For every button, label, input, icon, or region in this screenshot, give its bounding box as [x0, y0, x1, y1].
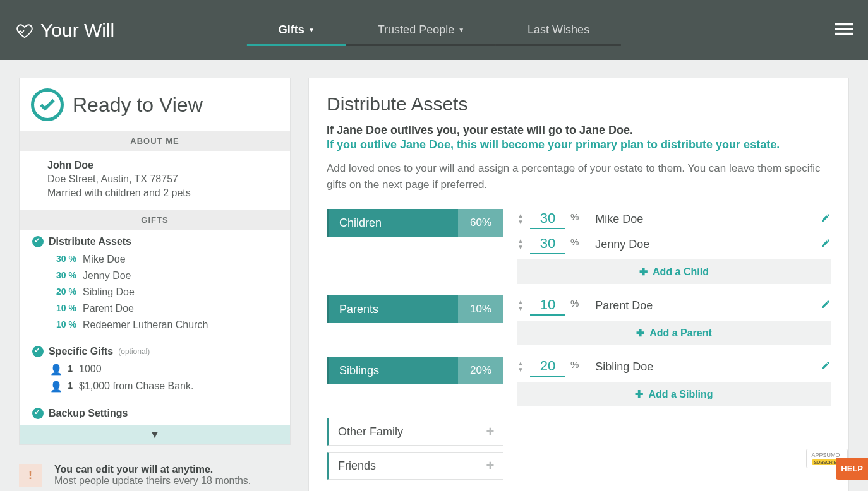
optional-label: (optional): [118, 347, 150, 356]
check-icon: [32, 408, 44, 419]
tip-title: You can edit your will at anytime.: [54, 464, 251, 475]
percent-stepper[interactable]: ▲▼: [517, 360, 524, 373]
expand-button[interactable]: ▼: [20, 425, 290, 444]
percent-stepper[interactable]: ▲▼: [517, 213, 524, 225]
tip-subtitle: Most people update theirs every 18 month…: [54, 475, 251, 487]
beneficiary-item: 30 %Mike Doe: [32, 251, 277, 268]
percent-input[interactable]: [530, 209, 565, 229]
group-name: Parents: [327, 295, 458, 323]
percent-stepper[interactable]: ▲▼: [517, 238, 524, 251]
menu-button[interactable]: [835, 20, 853, 40]
user-address: Doe Street, Austin, TX 78757: [47, 174, 262, 185]
ready-header: Ready to View: [20, 78, 290, 131]
member-name: Mike Doe: [595, 213, 643, 226]
svg-rect-2: [835, 32, 853, 35]
top-bar: Your Will Gifts ▼ Trusted People ▼ Last …: [0, 0, 868, 60]
specific-gift-list: 👤11000 👤1$1,000 from Chase Bank.: [32, 361, 277, 395]
nav-trusted-people[interactable]: Trusted People ▼: [346, 0, 496, 60]
main-panel: Distribute Assets If Jane Doe outlives y…: [308, 78, 849, 491]
lead-line-1: If Jane Doe outlives you, your estate wi…: [327, 124, 831, 137]
percent-input[interactable]: [530, 357, 565, 377]
edit-icon[interactable]: [821, 213, 831, 225]
group-percent: 10%: [458, 295, 503, 323]
distribute-assets-section: Distribute Assets 30 %Mike Doe 30 %Jenny…: [20, 230, 290, 340]
nav-last-wishes[interactable]: Last Wishes: [496, 0, 621, 60]
percent-input[interactable]: [530, 295, 565, 316]
caret-down-icon: ▼: [517, 244, 524, 251]
sidebar: Ready to View ABOUT ME John Doe Doe Stre…: [19, 78, 291, 445]
members: ▲▼%Sibling Doe✚Add a Sibling: [517, 357, 831, 406]
specific-gift-item: 👤1$1,000 from Chase Bank.: [32, 378, 277, 395]
percent-sign: %: [570, 298, 579, 309]
page-title: Distribute Assets: [327, 93, 831, 115]
add-member-button[interactable]: ✚Add a Child: [517, 259, 831, 284]
plus-icon[interactable]: +: [478, 458, 503, 474]
members: ▲▼%Mike Doe▲▼%Jenny Doe✚Add a Child: [517, 209, 831, 284]
percent-input[interactable]: [530, 234, 565, 254]
add-member-button[interactable]: ✚Add a Parent: [517, 321, 831, 345]
caret-down-icon: ▼: [458, 27, 464, 33]
main-nav: Gifts ▼ Trusted People ▼ Last Wishes: [247, 0, 621, 60]
plus-icon: ✚: [639, 266, 648, 278]
plus-icon[interactable]: +: [478, 423, 503, 440]
ready-title: Ready to View: [73, 93, 203, 117]
member-name: Sibling Doe: [595, 360, 653, 374]
about-me-header: ABOUT ME: [20, 131, 290, 151]
member-name: Jenny Doe: [595, 238, 649, 251]
check-icon: [32, 346, 44, 357]
group-label: Children60%: [327, 209, 503, 237]
edit-icon[interactable]: [821, 360, 831, 373]
heart-hand-icon: [15, 21, 34, 40]
percent-sign: %: [570, 237, 579, 247]
edit-icon[interactable]: [821, 299, 831, 312]
brand-text: Your Will: [40, 20, 114, 41]
user-name: John Doe: [47, 160, 262, 171]
svg-rect-1: [835, 28, 853, 30]
distribute-title: Distribute Assets: [49, 236, 131, 247]
lead-line-2: If you outlive Jane Doe, this will becom…: [327, 138, 831, 151]
group-name: Siblings: [327, 357, 458, 384]
check-circle-icon: [31, 88, 64, 121]
help-button[interactable]: HELP: [836, 458, 868, 480]
group-name: Children: [327, 209, 458, 237]
groups-container: Children60%▲▼%Mike Doe▲▼%Jenny Doe✚Add a…: [327, 209, 831, 480]
caret-down-icon: ▼: [308, 27, 315, 33]
check-icon: [32, 236, 44, 247]
group-name: Friends: [329, 459, 478, 473]
empty-group[interactable]: Friends+: [327, 452, 503, 480]
left-column: Ready to View ABOUT ME John Doe Doe Stre…: [19, 78, 291, 487]
lead-description: Add loved ones to your will and assign a…: [327, 160, 831, 192]
caret-down-icon: ▼: [517, 367, 524, 373]
backup-settings-section: Backup Settings: [20, 401, 290, 425]
asset-group: Siblings20%▲▼%Sibling Doe✚Add a Sibling: [327, 357, 831, 406]
caret-down-icon: ▼: [517, 305, 524, 312]
percent-sign: %: [570, 211, 579, 222]
svg-rect-0: [835, 23, 853, 25]
person-icon: 👤: [50, 381, 59, 393]
member-name: Parent Doe: [595, 299, 653, 312]
member-row: ▲▼%Mike Doe: [517, 209, 831, 229]
empty-group[interactable]: Other Family+: [327, 418, 503, 446]
add-member-button[interactable]: ✚Add a Sibling: [517, 382, 831, 406]
member-row: ▲▼%Parent Doe: [517, 295, 831, 316]
about-body: John Doe Doe Street, Austin, TX 78757 Ma…: [20, 151, 290, 210]
chevron-down-icon: ▼: [150, 429, 160, 440]
caret-down-icon: ▼: [517, 219, 524, 225]
beneficiary-item: 30 %Jenny Doe: [32, 268, 277, 284]
member-row: ▲▼%Jenny Doe: [517, 234, 831, 254]
specific-title: Specific Gifts: [49, 346, 113, 357]
specific-gifts-section: Specific Gifts (optional) 👤11000 👤1$1,00…: [20, 340, 290, 401]
group-label: Parents10%: [327, 295, 503, 323]
edit-icon[interactable]: [821, 238, 831, 251]
plus-icon: ✚: [635, 388, 643, 400]
asset-group: Parents10%▲▼%Parent Doe✚Add a Parent: [327, 295, 831, 345]
plus-icon: ✚: [636, 327, 644, 339]
asset-group: Children60%▲▼%Mike Doe▲▼%Jenny Doe✚Add a…: [327, 209, 831, 284]
percent-stepper[interactable]: ▲▼: [517, 299, 524, 312]
backup-title: Backup Settings: [49, 408, 128, 419]
group-percent: 20%: [458, 357, 503, 384]
gifts-header: GIFTS: [20, 210, 290, 230]
person-icon: 👤: [50, 364, 59, 376]
user-family: Married with children and 2 pets: [47, 187, 262, 199]
nav-gifts[interactable]: Gifts ▼: [247, 0, 346, 60]
